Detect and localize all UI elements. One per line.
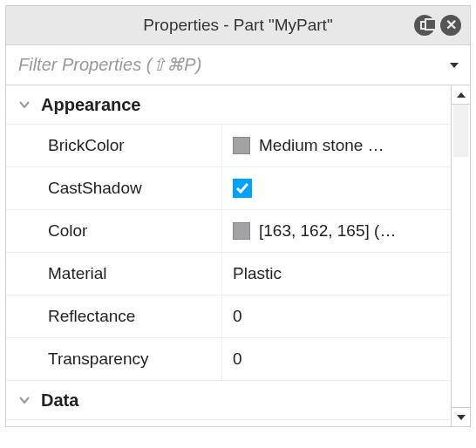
property-list: Appearance BrickColor Medium stone … Cas…	[6, 85, 451, 426]
scroll-track[interactable]	[452, 105, 470, 407]
property-value[interactable]: Plastic	[222, 253, 451, 295]
property-row-transparency[interactable]: Transparency 0	[6, 338, 451, 381]
property-name: Color	[6, 210, 222, 252]
titlebar: Properties - Part "MyPart" ✕	[6, 6, 470, 44]
panel-title: Properties - Part "MyPart"	[143, 16, 332, 35]
property-name: CastShadow	[6, 167, 222, 209]
color-swatch-icon	[233, 222, 250, 240]
properties-panel: Properties - Part "MyPart" ✕ Appearance	[5, 5, 471, 427]
section-title: Appearance	[41, 95, 141, 115]
property-name: Material	[6, 253, 222, 295]
section-header-data[interactable]: Data	[6, 381, 451, 420]
property-name: Transparency	[6, 338, 222, 380]
scroll-up-icon[interactable]	[452, 85, 470, 105]
property-row-material[interactable]: Material Plastic	[6, 253, 451, 295]
property-row-reflectance[interactable]: Reflectance 0	[6, 295, 451, 338]
property-row-brickcolor[interactable]: BrickColor Medium stone …	[6, 125, 451, 167]
property-value[interactable]	[222, 167, 451, 209]
property-name: BrickColor	[6, 125, 222, 166]
property-value[interactable]: 0	[222, 295, 451, 337]
property-value[interactable]: Medium stone …	[222, 125, 451, 166]
property-row-color[interactable]: Color [163, 162, 165] (…	[6, 210, 451, 253]
close-icon[interactable]: ✕	[440, 15, 461, 36]
scroll-thumb[interactable]	[453, 105, 468, 157]
filter-dropdown-icon[interactable]	[439, 45, 470, 85]
chevron-down-icon	[18, 96, 31, 113]
property-value[interactable]: 0	[222, 338, 451, 380]
scroll-down-icon[interactable]	[452, 407, 470, 426]
filter-input[interactable]	[6, 45, 439, 85]
section-title: Data	[41, 390, 78, 411]
color-swatch-icon	[233, 137, 250, 154]
scrollbar[interactable]	[451, 85, 470, 426]
restore-icon[interactable]	[414, 15, 435, 36]
section-header-appearance[interactable]: Appearance	[6, 85, 451, 125]
checkbox-checked-icon[interactable]	[233, 179, 252, 198]
filter-row	[6, 44, 470, 85]
property-row-castshadow[interactable]: CastShadow	[6, 167, 451, 210]
property-name: Reflectance	[6, 295, 222, 337]
property-value[interactable]: [163, 162, 165] (…	[222, 210, 451, 252]
chevron-down-icon	[18, 391, 31, 409]
